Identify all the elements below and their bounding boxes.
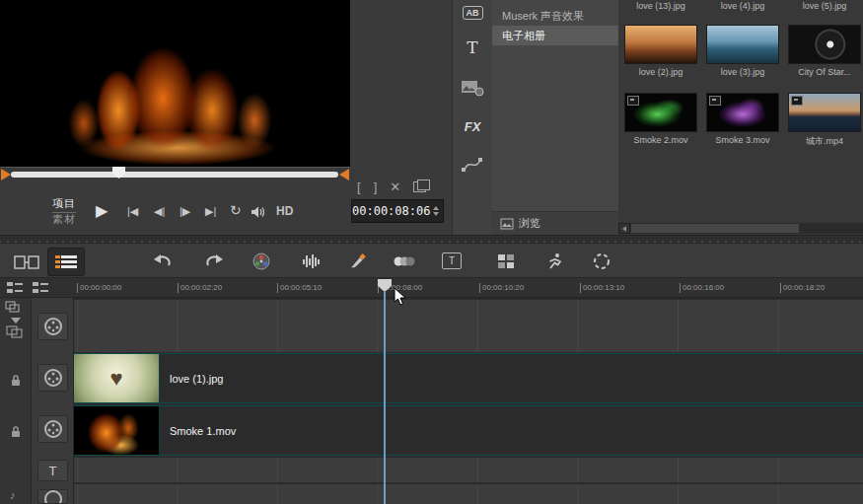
timeline-ruler[interactable]: 00:00:00:00 00:00:02:20 00:00:05:10 00:0… bbox=[0, 278, 863, 298]
video-track-row[interactable] bbox=[74, 300, 863, 352]
library-item-label[interactable]: love (4).jpg bbox=[706, 1, 779, 11]
undo-button[interactable] bbox=[150, 248, 176, 274]
scroll-left-arrow-icon[interactable] bbox=[618, 223, 630, 234]
music-track-icon: ♪ bbox=[10, 489, 16, 501]
timeline-view-button[interactable] bbox=[47, 248, 85, 276]
scrollbar-thumb[interactable] bbox=[631, 224, 799, 233]
browse-button[interactable]: 浏览 bbox=[492, 211, 618, 235]
prev-frame-button[interactable]: ◀| bbox=[154, 205, 165, 218]
library-thumbnail-city-of-stars[interactable] bbox=[788, 25, 861, 64]
library-item-label[interactable]: love (2).jpg bbox=[624, 67, 697, 77]
motion-tracking-button[interactable] bbox=[542, 248, 568, 274]
overlay-track-2-button[interactable] bbox=[37, 415, 68, 443]
track-ripple-icon[interactable] bbox=[6, 324, 24, 338]
painting-creator-button[interactable] bbox=[345, 248, 371, 274]
mode-project-label[interactable]: 项目 bbox=[52, 196, 76, 213]
timecode-spinner[interactable] bbox=[430, 206, 443, 216]
paintbrush-icon bbox=[349, 253, 367, 269]
library-item-label[interactable]: love (13).jpg bbox=[624, 1, 697, 11]
runner-icon bbox=[546, 252, 564, 270]
panel-resize-grip[interactable] bbox=[0, 235, 863, 244]
go-start-button[interactable]: |◀ bbox=[127, 205, 138, 218]
title-track-row[interactable] bbox=[74, 458, 863, 482]
trim-handle-start[interactable] bbox=[1, 169, 11, 180]
music-track-button[interactable] bbox=[37, 489, 68, 504]
path-category-button[interactable] bbox=[453, 156, 492, 174]
subtitle-t-icon: T bbox=[442, 252, 462, 269]
library-folder-panel: Muserk 声音效果 电子相册 浏览 bbox=[492, 0, 619, 235]
library-thumbnail-love3[interactable] bbox=[706, 25, 779, 64]
library-item-label[interactable]: Smoke 3.mov bbox=[706, 135, 779, 145]
delete-clip-button[interactable]: ✕ bbox=[390, 180, 400, 194]
clip-love1[interactable]: ♥ love (1).jpg bbox=[74, 353, 863, 403]
track-view-button-2[interactable] bbox=[32, 279, 49, 297]
clip-label: love (1).jpg bbox=[170, 373, 223, 385]
clip-thumbnail-heart-hands: ♥ bbox=[74, 354, 160, 402]
track-lock-icon[interactable] bbox=[10, 425, 22, 439]
film-reel-icon bbox=[42, 367, 64, 389]
ruler-label: 00:00:00:00 bbox=[77, 283, 121, 293]
mode-clip-label[interactable]: 素材 bbox=[52, 212, 76, 227]
music-track-row[interactable] bbox=[74, 484, 863, 504]
video-track-button[interactable] bbox=[37, 313, 68, 340]
video-editor-window: [ ] ✕ 项目 素材 ▶ |◀ ◀| |▶ ▶| ↻ HD 00:00:08:… bbox=[0, 0, 863, 504]
library-item-label[interactable]: 城市.mp4 bbox=[788, 135, 861, 148]
title-category-button[interactable]: T bbox=[453, 37, 492, 57]
title-track-button[interactable]: T bbox=[37, 460, 68, 481]
repeat-button[interactable]: ↻ bbox=[230, 202, 242, 218]
go-end-button[interactable]: ▶| bbox=[205, 205, 216, 218]
library-thumbnail-love2[interactable] bbox=[624, 25, 697, 64]
record-capture-button[interactable] bbox=[249, 248, 274, 274]
timecode-display[interactable]: 00:00:08:06 bbox=[351, 199, 444, 223]
library-thumbnail-smoke3[interactable] bbox=[706, 93, 779, 132]
next-frame-button[interactable]: |▶ bbox=[180, 205, 190, 218]
motion-path-icon bbox=[461, 156, 484, 174]
clip-smoke1[interactable]: Smoke 1.mov bbox=[74, 405, 863, 456]
library-horizontal-scrollbar[interactable] bbox=[618, 223, 863, 234]
library-category-toolbar: AB T FX bbox=[452, 0, 493, 235]
seek-bar[interactable] bbox=[11, 172, 338, 178]
mark-in-button[interactable]: [ bbox=[357, 180, 361, 194]
storyboard-view-button[interactable] bbox=[8, 248, 45, 276]
trim-handle-end[interactable] bbox=[339, 169, 349, 180]
redo-icon bbox=[204, 253, 224, 269]
library-item-label[interactable]: Smoke 2.mov bbox=[624, 135, 697, 145]
video-file-badge-icon bbox=[709, 96, 721, 106]
folder-item-album-selected[interactable]: 电子相册 bbox=[492, 26, 618, 45]
effects-button[interactable] bbox=[391, 248, 418, 274]
track-manager-icon[interactable] bbox=[5, 301, 21, 314]
track-view-button-1[interactable] bbox=[6, 279, 24, 297]
library-item-label[interactable]: City Of Star... bbox=[788, 67, 861, 77]
track-lock-icon[interactable] bbox=[10, 374, 22, 388]
clip-label: Smoke 1.mov bbox=[170, 425, 236, 437]
enlarge-preview-icon[interactable] bbox=[413, 181, 426, 192]
library-item-label[interactable]: love (5).jpg bbox=[788, 1, 861, 11]
sound-mixer-button[interactable] bbox=[299, 248, 324, 274]
timecode-value: 00:00:08:06 bbox=[352, 204, 430, 218]
track-list-icon bbox=[32, 281, 49, 295]
subtitle-editor-button[interactable]: T bbox=[439, 248, 465, 274]
graphic-icon bbox=[461, 79, 484, 97]
browse-icon bbox=[500, 218, 514, 230]
volume-icon[interactable] bbox=[251, 205, 266, 219]
library-thumbnail-city[interactable] bbox=[788, 93, 861, 132]
loop-region-button[interactable] bbox=[589, 248, 614, 274]
graphic-category-button[interactable] bbox=[453, 79, 492, 97]
mark-out-button[interactable]: ] bbox=[374, 180, 378, 194]
hd-toggle-button[interactable]: HD bbox=[276, 204, 293, 218]
folder-item-muserk[interactable]: Muserk 声音效果 bbox=[492, 6, 618, 26]
transition-category-button[interactable]: AB bbox=[453, 2, 492, 20]
collapse-tracks-icon[interactable] bbox=[11, 318, 21, 324]
three-balls-icon bbox=[393, 254, 416, 268]
overlay-track-1-button[interactable] bbox=[37, 364, 68, 392]
grid-icon bbox=[497, 253, 515, 269]
filter-category-button[interactable]: FX bbox=[453, 119, 492, 134]
film-reel-icon bbox=[42, 489, 64, 504]
redo-button[interactable] bbox=[201, 248, 227, 274]
split-screen-template-button[interactable] bbox=[493, 248, 519, 274]
browse-label: 浏览 bbox=[519, 216, 540, 231]
timeline-icon bbox=[54, 253, 78, 270]
library-thumbnail-smoke2[interactable] bbox=[624, 93, 697, 132]
play-button[interactable]: ▶ bbox=[96, 201, 108, 220]
library-item-label[interactable]: love (3).jpg bbox=[706, 67, 779, 77]
